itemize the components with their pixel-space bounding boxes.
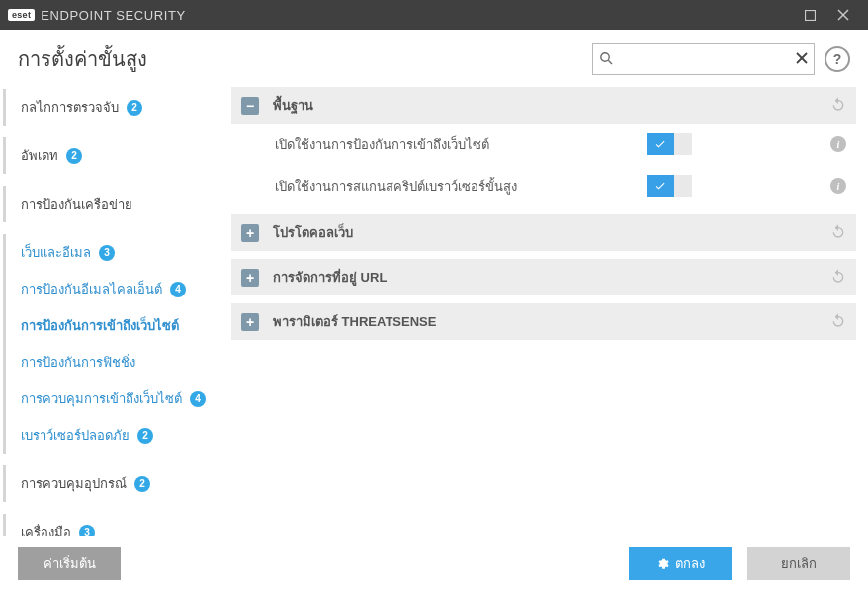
svg-point-3 xyxy=(601,52,609,60)
svg-line-4 xyxy=(608,60,612,64)
footer: ค่าเริ่มต้น ตกลง ยกเลิก xyxy=(0,536,868,591)
main: กลไกการตรวจจับ2อัพเดท2การป้องกันเครือข่า… xyxy=(0,83,868,530)
search-icon xyxy=(599,51,613,68)
sidebar-item[interactable]: การป้องกันเครือข่าย xyxy=(3,186,219,222)
sidebar-item[interactable]: การป้องกันอีเมลไคลเอ็นต์4 xyxy=(3,271,219,307)
section-title: พื้นฐาน xyxy=(273,95,313,116)
sidebar: กลไกการตรวจจับ2อัพเดท2การป้องกันเครือข่า… xyxy=(0,83,219,530)
section-header[interactable]: −พื้นฐาน xyxy=(231,87,856,124)
sidebar-item-badge: 2 xyxy=(134,476,150,492)
question-icon: ? xyxy=(833,51,842,67)
sidebar-item-label: อัพเดท xyxy=(21,145,58,166)
section-header[interactable]: +โปรโตคอลเว็บ xyxy=(231,214,856,251)
sidebar-item-label: การป้องกันการเข้าถึงเว็บไซต์ xyxy=(21,315,179,336)
search-input[interactable] xyxy=(617,52,796,67)
cancel-button[interactable]: ยกเลิก xyxy=(747,547,850,580)
section-reset-button[interactable] xyxy=(830,223,846,242)
sidebar-item[interactable]: การควบคุมอุปกรณ์2 xyxy=(3,465,219,502)
expand-icon[interactable]: + xyxy=(241,224,259,242)
section-reset-button[interactable] xyxy=(830,96,846,115)
setting-row: เปิดใช้งานการป้องกันการเข้าถึงเว็บไซต์i xyxy=(231,124,856,165)
section-title: โปรโตคอลเว็บ xyxy=(273,222,353,243)
check-icon xyxy=(647,133,674,155)
brand-text: ENDPOINT SECURITY xyxy=(41,8,185,23)
info-icon[interactable]: i xyxy=(830,136,846,152)
sidebar-item-badge: 2 xyxy=(137,428,153,444)
sidebar-item[interactable]: เว็บและอีเมล3 xyxy=(3,234,219,271)
sidebar-item-label: กลไกการตรวจจับ xyxy=(21,97,119,118)
sidebar-item[interactable]: กลไกการตรวจจับ2 xyxy=(3,89,219,126)
section-header[interactable]: +การจัดการที่อยู่ URL xyxy=(231,259,856,296)
close-icon xyxy=(837,9,849,21)
setting-label: เปิดใช้งานการป้องกันการเข้าถึงเว็บไซต์ xyxy=(275,134,647,155)
toggle-switch[interactable] xyxy=(647,133,692,155)
collapse-icon[interactable]: − xyxy=(241,97,259,115)
section-header[interactable]: +พารามิเตอร์ THREATSENSE xyxy=(231,303,856,340)
setting-row: เปิดใช้งานการสแกนสคริปต์เบราว์เซอร์ขั้นส… xyxy=(231,165,856,207)
x-icon xyxy=(796,52,808,64)
section-reset-button[interactable] xyxy=(830,312,846,331)
window-maximize-button[interactable] xyxy=(793,0,826,30)
sidebar-item-label: การควบคุมการเข้าถึงเว็บไซต์ xyxy=(21,388,182,409)
ok-button[interactable]: ตกลง xyxy=(629,547,732,580)
sidebar-item[interactable]: เบราว์เซอร์ปลอดภัย2 xyxy=(3,417,219,454)
gear-icon xyxy=(656,557,669,570)
brand-badge: eset xyxy=(8,9,35,21)
svg-rect-0 xyxy=(805,10,815,20)
expand-icon[interactable]: + xyxy=(241,313,259,331)
check-icon xyxy=(647,175,674,197)
sidebar-item-badge: 2 xyxy=(66,148,82,164)
info-icon[interactable]: i xyxy=(830,178,846,194)
setting-label: เปิดใช้งานการสแกนสคริปต์เบราว์เซอร์ขั้นส… xyxy=(275,176,647,197)
sidebar-item[interactable]: การควบคุมการเข้าถึงเว็บไซต์4 xyxy=(3,380,219,417)
help-button[interactable]: ? xyxy=(825,46,850,72)
sidebar-item-badge: 4 xyxy=(190,391,206,407)
window-close-button[interactable] xyxy=(826,0,860,30)
sidebar-item[interactable]: การป้องกันการฟิชชิ่ง xyxy=(3,344,219,380)
sidebar-item-label: การป้องกันการฟิชชิ่ง xyxy=(21,352,135,373)
sidebar-item-badge: 3 xyxy=(99,245,115,261)
sidebar-item[interactable]: อัพเดท2 xyxy=(3,137,219,174)
ok-button-label: ตกลง xyxy=(675,553,705,574)
titlebar: eset ENDPOINT SECURITY xyxy=(0,0,868,30)
header: การตั้งค่าขั้นสูง ? xyxy=(0,30,868,83)
toggle-switch[interactable] xyxy=(647,175,692,197)
search-clear-button[interactable] xyxy=(796,50,808,68)
sidebar-item-label: การป้องกันอีเมลไคลเอ็นต์ xyxy=(21,279,162,299)
maximize-icon xyxy=(805,10,816,21)
section-reset-button[interactable] xyxy=(830,268,846,287)
content-panel: −พื้นฐานเปิดใช้งานการป้องกันการเข้าถึงเว… xyxy=(219,83,868,530)
sidebar-item-badge: 4 xyxy=(170,282,186,297)
sidebar-item-label: การป้องกันเครือข่าย xyxy=(21,194,132,214)
section-title: การจัดการที่อยู่ URL xyxy=(273,267,387,288)
sidebar-item[interactable]: การป้องกันการเข้าถึงเว็บไซต์ xyxy=(3,307,219,344)
defaults-button[interactable]: ค่าเริ่มต้น xyxy=(18,547,121,580)
sidebar-item-label: เว็บและอีเมล xyxy=(21,242,91,263)
sidebar-item-label: การควบคุมอุปกรณ์ xyxy=(21,473,127,494)
sidebar-item-badge: 2 xyxy=(127,100,142,116)
search-field-wrap[interactable] xyxy=(592,43,815,75)
sidebar-item-label: เบราว์เซอร์ปลอดภัย xyxy=(21,425,130,446)
expand-icon[interactable]: + xyxy=(241,269,259,287)
page-title: การตั้งค่าขั้นสูง xyxy=(18,43,592,75)
section-title: พารามิเตอร์ THREATSENSE xyxy=(273,311,436,332)
